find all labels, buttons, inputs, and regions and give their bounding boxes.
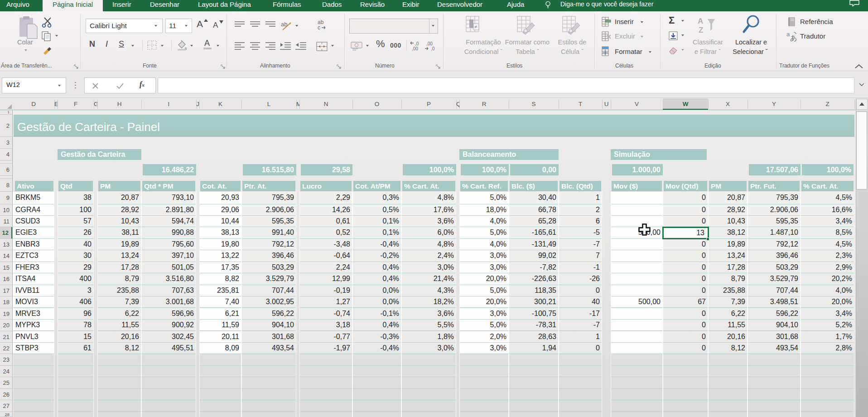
svg-text:c: c: [318, 24, 320, 31]
svg-text:≠: ≠: [474, 24, 477, 29]
svg-text:Z: Z: [699, 26, 703, 34]
svg-text:,0: ,0: [431, 46, 435, 51]
svg-text:,00: ,00: [426, 41, 433, 46]
svg-text:,0: ,0: [415, 41, 419, 46]
svg-text:a: a: [786, 31, 790, 38]
svg-text:,00: ,00: [412, 46, 418, 51]
svg-text:A: A: [698, 17, 703, 25]
svg-text:あ: あ: [790, 34, 797, 42]
